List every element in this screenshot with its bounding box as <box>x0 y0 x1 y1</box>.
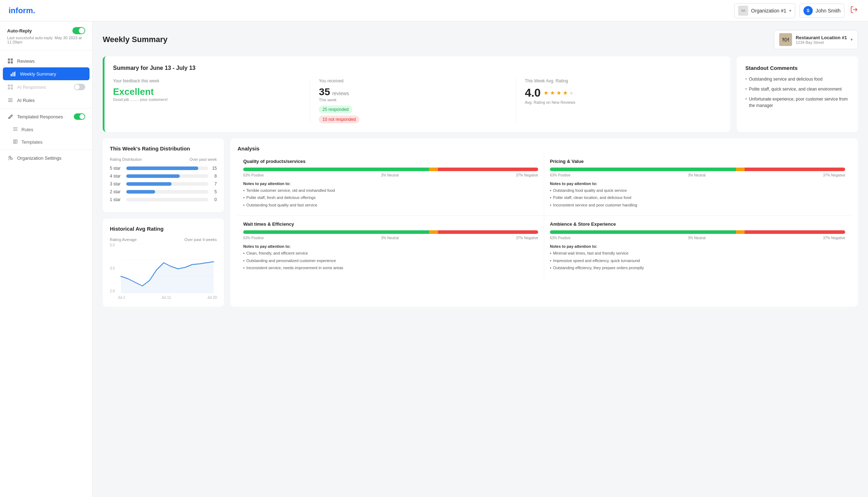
pricing-red <box>745 168 845 171</box>
templated-responses-toggle[interactable] <box>74 113 85 120</box>
sidebar-item-templated-responses[interactable]: Templated Responses <box>0 110 92 123</box>
summary-left: Summary for June 13 - July 13 Your feedb… <box>113 65 722 123</box>
pricing-bar <box>550 168 845 171</box>
svg-rect-9 <box>11 84 13 87</box>
nav-divider-2 <box>0 150 92 150</box>
sidebar-item-rules[interactable]: Rules <box>0 123 92 136</box>
sidebar-item-ai-rules[interactable]: AI Rules <box>0 94 92 107</box>
pricing-notes-title: Notes to pay attention to: <box>550 181 845 186</box>
sidebar-item-ai-responses[interactable]: AI Responses <box>0 80 92 94</box>
location-name: Restaurant Location #1 <box>796 35 847 40</box>
sidebar-item-org-settings[interactable]: Organization Settings <box>0 152 92 164</box>
hist-x-axis: Jul 2 Jul 11 Jul 20 <box>118 296 217 299</box>
rules-label: Rules <box>21 127 33 132</box>
dist-bar-bg-1 <box>126 198 208 201</box>
top-row: Summary for June 13 - July 13 Your feedb… <box>103 56 858 138</box>
y-label-2: 2.0 <box>110 289 115 293</box>
sidebar-item-templates[interactable]: Templates <box>0 136 92 148</box>
hist-chart-svg <box>118 243 217 293</box>
dist-count-3: 7 <box>211 181 217 186</box>
auto-reply-sub: Last successful auto-reply: May 30 2023 … <box>7 36 85 44</box>
bullet-icon-2: • <box>745 86 747 92</box>
pricing-note-2: •Polite staff, clean location, and delic… <box>550 195 845 200</box>
quality-yellow <box>429 168 438 171</box>
dist-bar-2 <box>126 190 155 194</box>
grid-icon <box>7 58 14 64</box>
pricing-green <box>550 168 736 171</box>
quality-green <box>243 168 429 171</box>
wait-note-2: •Outstanding and personalized customer e… <box>243 258 538 263</box>
analysis-ambience: Ambience & Store Experience 63% Positive… <box>544 216 851 278</box>
sidebar: Auto-Reply Last successful auto-reply: M… <box>0 21 93 497</box>
auto-reply-toggle[interactable] <box>72 27 85 34</box>
dist-label-2: 2 star <box>110 189 123 194</box>
analysis-grid: Quality of products/services 63% Positiv… <box>238 153 851 278</box>
star-2: ★ <box>550 90 555 96</box>
header-right: 🍽 Organization #1 ▾ S John Smith <box>734 3 859 18</box>
ai-rules-icon <box>7 97 14 103</box>
standout-card: Standout Comments • Outstanding service … <box>737 56 858 132</box>
star-1: ★ <box>543 90 548 96</box>
sidebar-item-reviews[interactable]: Reviews <box>0 55 92 67</box>
standout-item-2: • Polite staff, quick service, and clean… <box>745 86 849 92</box>
star-5: ★ <box>569 90 574 96</box>
auto-reply-section: Auto-Reply Last successful auto-reply: M… <box>0 21 92 50</box>
svg-rect-7 <box>14 72 15 76</box>
wait-notes-title: Notes to pay attention to: <box>243 244 538 248</box>
analysis-wait: Wait times & Efficiency 63% Positive 3% … <box>238 216 544 278</box>
x-label-jul2: Jul 2 <box>118 296 125 299</box>
dist-bar-5 <box>126 166 198 170</box>
ambience-red <box>745 230 845 234</box>
location-address: 1234 Bay Street <box>796 40 847 45</box>
bullet-q3: • <box>243 203 245 208</box>
user-name: John Smith <box>816 8 841 14</box>
ai-responses-label: AI Responses <box>17 84 46 90</box>
ai-responses-icon <box>7 84 14 90</box>
logout-button[interactable] <box>849 4 859 17</box>
feedback-block: Your feedback this week Excellent Good j… <box>113 78 310 123</box>
org-selector[interactable]: 🍽 Organization #1 ▾ <box>734 3 795 18</box>
wait-bar <box>243 230 538 234</box>
wait-note-1: •Clean, friendly, and efficient service <box>243 251 538 256</box>
org-avatar: 🍽 <box>738 6 748 16</box>
pricing-yellow <box>736 168 745 171</box>
dist-bar-bg-4 <box>126 174 208 178</box>
analysis-pricing: Pricing & Value 63% Positive 3% Neutral … <box>544 153 851 216</box>
bottom-grid: This Week's Rating Distribution Rating D… <box>103 138 858 307</box>
wait-positive: 63% Positive <box>243 236 264 240</box>
sidebar-item-weekly-summary[interactable]: Weekly Summary <box>3 67 90 80</box>
location-info: Restaurant Location #1 1234 Bay Street <box>796 35 847 45</box>
svg-point-23 <box>11 158 12 160</box>
page-header: Weekly Summary 🍽 Restaurant Location #1 … <box>103 30 858 49</box>
ambience-title: Ambience & Store Experience <box>550 221 845 227</box>
bullet-w1: • <box>243 251 245 256</box>
ambience-yellow <box>736 230 745 234</box>
bullet-w3: • <box>243 265 245 271</box>
standout-item-1: • Outstanding service and delicious food <box>745 76 849 82</box>
location-selector[interactable]: 🍽 Restaurant Location #1 1234 Bay Street… <box>774 30 858 49</box>
wait-neutral: 3% Neutral <box>381 236 399 240</box>
dist-row-2star: 2 star 5 <box>110 189 217 194</box>
templates-label: Templates <box>21 139 42 145</box>
pricing-title: Pricing & Value <box>550 159 845 164</box>
standout-text-2: Polite staff, quick service, and clean e… <box>749 86 842 92</box>
standout-text-1: Outstanding service and delicious food <box>749 76 822 82</box>
reviews-count-row: 35 reviews <box>319 86 507 98</box>
analysis-card: Analysis Quality of products/services 63… <box>230 138 858 307</box>
dist-count-5: 15 <box>211 166 217 171</box>
feedback-sub: Good job ........ your customers! <box>113 97 301 102</box>
location-chevron-icon: ▾ <box>851 37 853 42</box>
summary-card: Summary for June 13 - July 13 Your feedb… <box>103 56 730 132</box>
quality-red <box>438 168 538 171</box>
user-badge[interactable]: S John Smith <box>800 4 844 18</box>
responded-badge: 25 responded <box>319 106 352 113</box>
analysis-title: Analysis <box>238 145 851 152</box>
ambience-note-3: •Outstanding efficiency, they prepare or… <box>550 265 845 271</box>
svg-line-24 <box>8 159 9 160</box>
hist-period-label: Over past 4 weeks <box>184 237 217 242</box>
dist-bar-4 <box>126 174 180 178</box>
ambience-note-2: •Impressive speed and efficiency, quick … <box>550 258 845 263</box>
dist-row-5star: 5 star 15 <box>110 166 217 171</box>
templated-responses-label: Templated Responses <box>17 114 63 119</box>
org-chevron-icon: ▾ <box>789 8 791 13</box>
